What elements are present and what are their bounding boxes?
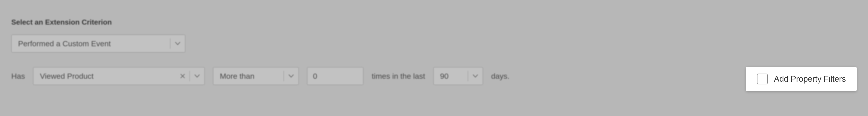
add-property-filters-card[interactable]: Add Property Filters [746, 67, 857, 91]
close-icon [180, 74, 185, 79]
days-select-label: 90 [434, 72, 468, 81]
rule-suffix-text: days. [491, 72, 509, 81]
add-property-filters-checkbox[interactable] [757, 74, 768, 84]
comparator-select[interactable]: More than [213, 67, 299, 85]
event-select-chevron[interactable] [190, 68, 204, 85]
rule-middle-text: times in the last [372, 72, 425, 81]
chevron-down-icon [195, 74, 199, 78]
add-property-filters-label: Add Property Filters [774, 74, 846, 84]
chevron-down-icon [289, 74, 293, 78]
rule-row: Has Viewed Product More than [11, 67, 857, 85]
chevron-down-icon [175, 42, 180, 45]
comparator-select-label: More than [213, 72, 283, 81]
comparator-select-chevron[interactable] [284, 68, 298, 85]
criterion-select-chevron[interactable] [170, 35, 185, 52]
extension-criterion-panel: Select an Extension Criterion Performed … [11, 18, 857, 85]
event-select-label: Viewed Product [33, 72, 176, 81]
criterion-select-label: Performed a Custom Event [12, 39, 170, 48]
days-select[interactable]: 90 [433, 67, 483, 85]
count-input[interactable]: 0 [307, 67, 364, 85]
event-select[interactable]: Viewed Product [33, 67, 205, 85]
days-select-chevron[interactable] [468, 68, 483, 85]
criterion-select[interactable]: Performed a Custom Event [11, 35, 185, 52]
event-clear-button[interactable] [176, 68, 189, 85]
section-heading: Select an Extension Criterion [11, 18, 857, 27]
chevron-down-icon [473, 74, 478, 78]
count-input-value: 0 [313, 72, 317, 81]
rule-prefix-text: Has [11, 72, 25, 81]
